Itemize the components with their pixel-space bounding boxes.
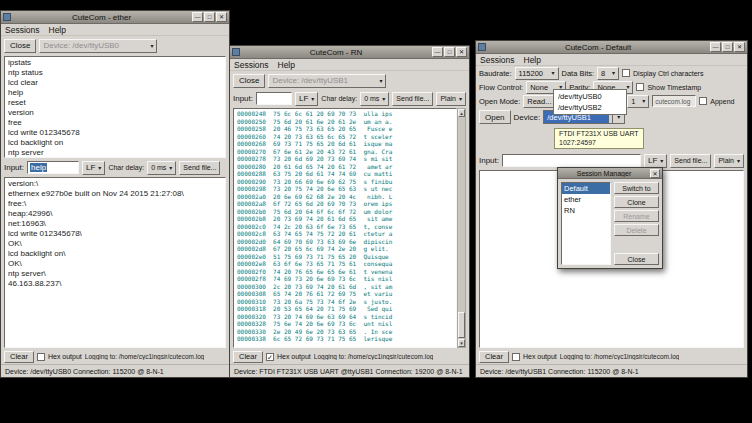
titlebar-rn[interactable]: CuteCom - RN — □ ✕ xyxy=(230,46,469,59)
input-label: Input: xyxy=(479,156,499,165)
clear-button[interactable]: Clear xyxy=(4,351,34,363)
hex-line: 00000330 2e 20 49 6e 20 73 63 65 . In sc… xyxy=(237,328,453,336)
dialog-title: Session Manager xyxy=(560,170,648,177)
close-icon[interactable]: ✕ xyxy=(456,47,467,57)
close-icon[interactable]: ✕ xyxy=(650,169,660,178)
command-history-list[interactable]: ipstatsntp statuslcd clearhelpresetversi… xyxy=(4,56,226,158)
history-line[interactable]: help xyxy=(8,88,222,98)
output-area[interactable]: version:\ethernex e927b0e built on Nov 2… xyxy=(4,177,226,348)
session-list[interactable]: DefaultetherRN xyxy=(561,182,611,265)
line-end-combo[interactable]: LF ▾ xyxy=(82,161,105,175)
close-icon[interactable]: ✕ xyxy=(216,12,227,22)
display-mode-combo[interactable]: Plain ▾ xyxy=(436,92,466,106)
line-end-combo[interactable]: LF ▾ xyxy=(295,92,318,106)
hex-line: 00000308 65 74 20 76 61 72 69 75 et vari… xyxy=(237,290,453,298)
minimize-icon[interactable]: — xyxy=(432,47,443,57)
history-line[interactable]: free xyxy=(8,118,222,128)
char-delay-spinner[interactable]: 0 ms ▾ xyxy=(147,161,176,175)
maximize-icon[interactable]: □ xyxy=(444,47,455,57)
dialog-titlebar[interactable]: Session Manager ✕ xyxy=(558,168,662,179)
display-ctrl-checkbox[interactable] xyxy=(622,69,630,77)
menu-help[interactable]: Help xyxy=(524,55,541,65)
status-bar: Device: FTDI FT231X USB UART @ttyUSB1 Co… xyxy=(230,364,469,377)
history-line[interactable]: lcd backlight on xyxy=(8,138,222,148)
hex-output-checkbox[interactable] xyxy=(512,353,520,361)
close-device-button[interactable]: Close xyxy=(4,39,36,53)
minimize-icon[interactable]: — xyxy=(710,42,721,52)
scroll-up-icon[interactable]: ▴ xyxy=(458,109,465,117)
input-row: Input: help LF ▾ Char delay: 0 ms ▾ Send… xyxy=(1,159,229,176)
session-item[interactable]: ether xyxy=(562,194,610,205)
maximize-icon[interactable]: □ xyxy=(722,42,733,52)
maximize-icon[interactable]: □ xyxy=(204,12,215,22)
session-clone-button[interactable]: Clone xyxy=(614,196,659,208)
device-dropdown-list[interactable]: /dev/ttyUSB0/dev/ttyUSB2 xyxy=(553,89,627,115)
hex-output-checkbox[interactable] xyxy=(37,353,45,361)
hex-line: 00000320 73 20 74 69 6e 63 69 64 s tinci… xyxy=(237,313,453,321)
send-file-button[interactable]: Send file... xyxy=(670,154,711,168)
history-line[interactable]: ipstats xyxy=(8,58,222,68)
menu-bar: Sessions Help xyxy=(230,59,469,71)
open-device-button[interactable]: Open xyxy=(479,110,511,124)
close-icon[interactable]: ✕ xyxy=(734,42,745,52)
databits-combo[interactable]: 8 ▾ xyxy=(597,67,619,80)
app-icon xyxy=(232,48,240,56)
send-file-button[interactable]: Send file... xyxy=(392,92,433,106)
clear-button[interactable]: Clear xyxy=(233,351,263,363)
menu-sessions[interactable]: Sessions xyxy=(234,60,269,70)
history-line[interactable]: ntp status xyxy=(8,68,222,78)
device-dropdown-item[interactable]: /dev/ttyUSB2 xyxy=(555,102,625,113)
append-checkbox[interactable] xyxy=(699,97,707,105)
session-item[interactable]: RN xyxy=(562,205,610,216)
baudrate-combo[interactable]: 115200 ▾ xyxy=(515,67,559,80)
titlebar-ether[interactable]: CuteCom - ether — □ ✕ xyxy=(1,11,229,24)
menu-sessions[interactable]: Sessions xyxy=(5,25,40,35)
vertical-scrollbar[interactable]: ▴ ▾ xyxy=(457,108,466,348)
output-line: ntp server\ xyxy=(8,269,222,279)
scroll-down-icon[interactable]: ▾ xyxy=(458,339,465,347)
history-line[interactable]: lcd write 012345678 xyxy=(8,128,222,138)
hex-line: 00000300 2c 20 73 69 74 20 61 6d , sit a… xyxy=(237,283,453,291)
session-item[interactable]: Default xyxy=(562,183,610,194)
show-timestamp-checkbox[interactable] xyxy=(636,83,644,91)
log-file-button[interactable]: cutecom.log xyxy=(652,95,696,107)
settings-row-1: Baudrate: 115200 ▾ Data Bits: 8 ▾ Displa… xyxy=(476,66,747,80)
hex-line: 00000268 69 73 71 75 65 20 6d 61 isque m… xyxy=(237,140,453,148)
clear-button[interactable]: Clear xyxy=(479,351,509,363)
send-file-button[interactable]: Send file... xyxy=(179,161,220,175)
output-line: lcd write 012345678\ xyxy=(8,229,222,239)
session-dialog-buttons: Switch toCloneRenameDeleteClose xyxy=(614,182,659,265)
open-mode-label: Open Mode: xyxy=(479,97,520,106)
minimize-icon[interactable]: — xyxy=(192,12,203,22)
session-manager-dialog: Session Manager ✕ DefaultetherRN Switch … xyxy=(557,167,663,269)
input-field[interactable]: help xyxy=(27,161,79,174)
hex-output-area[interactable]: 00000248 75 6c 6c 61 20 69 70 73 ulla ip… xyxy=(233,108,457,348)
line-end-combo[interactable]: LF ▾ xyxy=(644,154,667,168)
device-combo[interactable]: Device: /dev/ttyUSB0 ▾ xyxy=(39,39,157,53)
display-ctrl-label: Display Ctrl characters xyxy=(633,70,703,77)
history-line[interactable]: ntp server xyxy=(8,148,222,158)
device-tooltip: FTDI FT231X USB UART 1027:24597 xyxy=(554,128,644,149)
history-line[interactable]: reset xyxy=(8,98,222,108)
menu-help[interactable]: Help xyxy=(49,25,66,35)
menu-sessions[interactable]: Sessions xyxy=(480,55,515,65)
input-field[interactable] xyxy=(256,92,292,105)
device-dropdown-item[interactable]: /dev/ttyUSB0 xyxy=(555,91,625,102)
session-switch-to-button[interactable]: Switch to xyxy=(614,182,659,194)
close-device-button[interactable]: Close xyxy=(233,74,265,88)
hex-output-checkbox[interactable]: ✓ xyxy=(266,353,274,361)
scrollbar-thumb[interactable] xyxy=(458,312,465,338)
history-line[interactable]: lcd clear xyxy=(8,78,222,88)
hex-line: 000002c8 63 74 65 74 75 72 20 61 ctetur … xyxy=(237,230,453,238)
display-mode-combo[interactable]: Plain ▾ xyxy=(714,154,744,168)
hex-line: 00000298 73 20 75 74 20 6e 65 63 s ut ne… xyxy=(237,185,453,193)
menu-help[interactable]: Help xyxy=(278,60,295,70)
history-line[interactable]: version xyxy=(8,108,222,118)
stop-bits-combo[interactable]: 1 ▾ xyxy=(627,95,649,108)
device-combo[interactable]: Device: /dev/ttyUSB1 ▾ xyxy=(268,74,386,88)
session-close-button[interactable]: Close xyxy=(614,253,659,265)
char-delay-spinner[interactable]: 0 ms ▾ xyxy=(360,92,389,106)
bottom-bar: Clear ✓ Hex output Logging to: /home/cyc… xyxy=(230,349,469,364)
titlebar-default[interactable]: CuteCom - Default — □ ✕ xyxy=(476,41,747,54)
input-field[interactable] xyxy=(502,154,641,167)
